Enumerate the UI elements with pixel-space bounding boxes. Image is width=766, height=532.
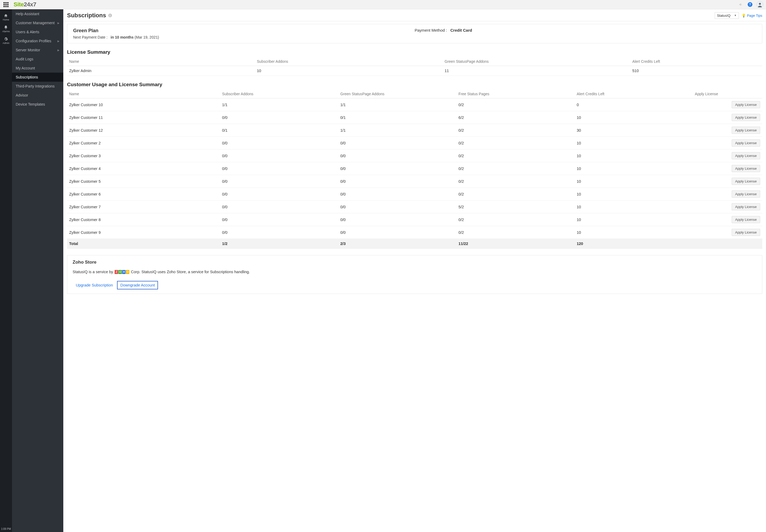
apps-grid-icon (3, 2, 9, 7)
col-apply: Apply License (693, 90, 762, 98)
sidebar-item-help-assistant[interactable]: Help Assistant (12, 9, 63, 18)
main-content: Subscriptions i StatusIQ ▼ 💡 Page Tips G… (63, 9, 766, 532)
apply-license-button[interactable]: Apply License (732, 216, 760, 223)
zoho-logo-icon: ZOHO (114, 270, 130, 274)
usage-row: Zylker Customer 40/00/00/210Apply Licens… (67, 162, 762, 175)
sidebar-item-device-templates[interactable]: Device Templates (12, 100, 63, 109)
plan-card: Green Plan Next Payment Date : in 10 mon… (67, 24, 762, 43)
apply-license-button[interactable]: Apply License (732, 127, 760, 134)
sidebar-item-label: Server Monitor (16, 48, 40, 52)
rail-alarms[interactable]: Alarms (2, 23, 10, 35)
col-name: Name (67, 90, 220, 98)
apply-license-button[interactable]: Apply License (732, 139, 760, 147)
sidebar-item-users-alerts[interactable]: Users & Alerts (12, 27, 63, 36)
downgrade-account-link[interactable]: Downgrade Account (117, 281, 158, 289)
sidebar-item-label: Advisor (16, 93, 28, 97)
sidebar-item-label: Users & Alerts (16, 30, 39, 34)
apply-license-button[interactable]: Apply License (732, 178, 760, 185)
sidebar-item-my-account[interactable]: My Account (12, 64, 63, 73)
usage-row: Zylker Customer 101/11/10/20Apply Licens… (67, 98, 762, 111)
usage-row: Zylker Customer 50/00/00/210Apply Licens… (67, 175, 762, 188)
sidebar-item-third-party-integrations[interactable]: Third-Party Integrations (12, 82, 63, 91)
apply-license-button[interactable]: Apply License (732, 165, 760, 172)
rail-label: Home (3, 18, 9, 21)
sidebar-item-label: Third-Party Integrations (16, 84, 55, 88)
sidebar-item-advisor[interactable]: Advisor (12, 91, 63, 100)
selector-value: StatusIQ (717, 14, 731, 18)
col-green: Green StatusPage Addons (338, 90, 456, 98)
col-free: Free Status Pages (456, 90, 575, 98)
usage-row: Zylker Customer 60/00/00/210Apply Licens… (67, 188, 762, 201)
col-alert: Alert Credits Left (575, 90, 693, 98)
col-green: Green StatusPage Addons (443, 57, 630, 66)
icon-rail: Home Alarms Admin 1:09 PM (0, 9, 12, 532)
license-summary-title: License Summary (67, 49, 762, 55)
col-subscriber: Subscriber Addons (220, 90, 338, 98)
info-icon[interactable]: i (108, 14, 112, 17)
apply-license-button[interactable]: Apply License (732, 114, 760, 121)
apps-launcher-button[interactable] (0, 0, 12, 9)
payment-method: Payment Method : Credit Card (415, 28, 756, 39)
apply-license-button[interactable]: Apply License (732, 152, 760, 159)
store-title: Zoho Store (73, 260, 757, 265)
usage-row: Zylker Customer 70/00/05/210Apply Licens… (67, 201, 762, 213)
bulb-icon: 💡 (742, 14, 746, 18)
usage-row: Zylker Customer 110/00/16/210Apply Licen… (67, 111, 762, 124)
sidebar-item-subscriptions[interactable]: Subscriptions (12, 73, 63, 82)
svg-point-0 (759, 3, 761, 5)
sidebar-item-customer-management[interactable]: Customer Management▶ (12, 18, 63, 27)
rail-home[interactable]: Home (3, 11, 9, 23)
col-name: Name (67, 57, 255, 66)
user-avatar[interactable] (756, 1, 763, 8)
usage-row: Zylker Customer 90/00/00/210Apply Licens… (67, 226, 762, 239)
license-summary-table: Name Subscriber Addons Green StatusPage … (67, 57, 762, 76)
sidebar-item-label: Subscriptions (16, 75, 38, 79)
plan-name: Green Plan (73, 28, 415, 34)
sidebar-item-server-monitor[interactable]: Server Monitor▶ (12, 45, 63, 55)
zoho-store-card: Zoho Store StatusIQ is a service by ZOHO… (67, 255, 762, 294)
usage-row: Zylker Customer 20/00/00/210Apply Licens… (67, 137, 762, 149)
col-subscriber: Subscriber Addons (255, 57, 443, 66)
store-description: StatusIQ is a service by ZOHO Corp. Stat… (73, 270, 757, 274)
col-alert: Alert Credits Left (630, 57, 762, 66)
usage-row: Zylker Customer 120/11/10/230Apply Licen… (67, 124, 762, 137)
sidebar-item-label: Help Assistant (16, 12, 39, 16)
clock-label: 1:09 PM (1, 527, 11, 530)
sidebar-item-label: Device Templates (16, 102, 45, 106)
usage-summary-title: Customer Usage and License Summary (67, 82, 762, 88)
top-header: Site24x7 ? (0, 0, 766, 9)
apply-license-button[interactable]: Apply License (732, 190, 760, 198)
announcements-icon[interactable] (738, 2, 744, 7)
license-row: Zylker Admin 10 11 510 (67, 66, 762, 76)
sidebar-item-label: Configuration Profiles (16, 39, 51, 43)
next-payment: Next Payment Date : in 10 months (Mar 19… (73, 35, 415, 39)
rail-label: Alarms (2, 30, 10, 33)
sidebar-item-audit-logs[interactable]: Audit Logs (12, 55, 63, 64)
brand-logo: Site24x7 (14, 1, 36, 8)
usage-table: Name Subscriber Addons Green StatusPage … (67, 90, 762, 249)
sidebar-item-label: Audit Logs (16, 57, 33, 61)
usage-total-row: Total1/22/311/22120 (67, 239, 762, 249)
chevron-right-icon: ▶ (57, 40, 60, 43)
chevron-right-icon: ▶ (57, 22, 60, 24)
sidebar: Help AssistantCustomer Management▶Users … (12, 9, 63, 532)
rail-label: Admin (3, 42, 10, 44)
upgrade-subscription-link[interactable]: Upgrade Subscription (73, 281, 116, 289)
page-title: Subscriptions i (67, 12, 112, 19)
product-selector[interactable]: StatusIQ ▼ (715, 12, 739, 19)
chevron-right-icon: ▶ (57, 49, 60, 52)
apply-license-button[interactable]: Apply License (732, 203, 760, 210)
rail-admin[interactable]: Admin (3, 35, 10, 47)
help-icon[interactable]: ? (747, 2, 753, 7)
chevron-down-icon: ▼ (734, 14, 736, 17)
sidebar-item-label: My Account (16, 66, 35, 70)
sidebar-item-configuration-profiles[interactable]: Configuration Profiles▶ (12, 36, 63, 45)
apply-license-button[interactable]: Apply License (732, 101, 760, 108)
page-tips-link[interactable]: 💡 Page Tips (742, 14, 762, 18)
usage-row: Zylker Customer 30/00/00/210Apply Licens… (67, 149, 762, 162)
apply-license-button[interactable]: Apply License (732, 229, 760, 236)
usage-row: Zylker Customer 80/00/00/210Apply Licens… (67, 213, 762, 226)
sidebar-item-label: Customer Management (16, 21, 55, 25)
